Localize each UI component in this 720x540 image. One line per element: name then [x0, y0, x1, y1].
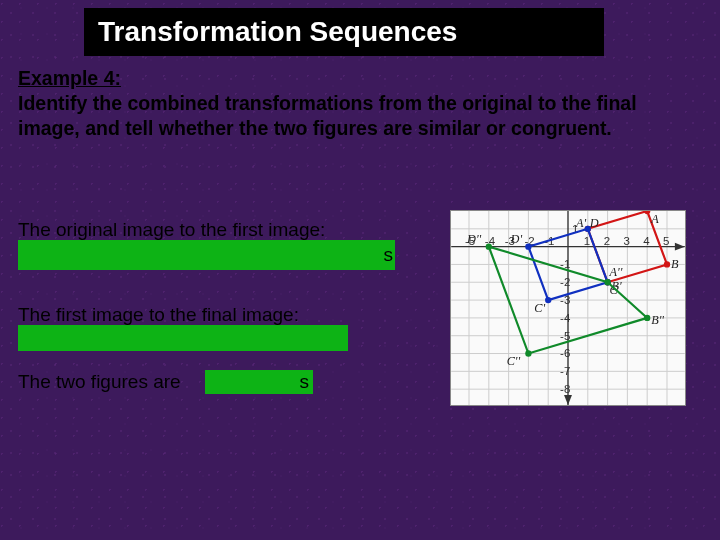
svg-point-62 [644, 315, 650, 321]
slide-title: Transformation Sequences [98, 16, 457, 48]
step1-intro: The original image to the first image: [18, 218, 325, 243]
svg-text:A: A [650, 212, 659, 226]
coordinate-graph: -5-4 -3-2 -1 12 34 5 1 -1-2 -3-4 -5-6 -7… [450, 210, 686, 406]
svg-point-64 [486, 243, 492, 249]
svg-marker-21 [675, 243, 685, 251]
svg-text:A': A' [575, 216, 586, 230]
svg-text:C': C' [534, 301, 545, 315]
svg-point-63 [525, 350, 531, 356]
example-prompt: Example 4: Identify the combined transfo… [18, 66, 702, 141]
svg-text:B: B [671, 257, 679, 271]
svg-text:1: 1 [584, 235, 590, 247]
svg-text:D'': D'' [466, 232, 481, 246]
svg-text:D': D' [510, 232, 523, 246]
step2-answer-cover [18, 325, 348, 351]
svg-marker-22 [564, 395, 572, 405]
svg-point-44 [664, 261, 670, 267]
svg-point-61 [604, 279, 610, 285]
svg-text:-6: -6 [560, 347, 570, 359]
prompt-text: Identify the combined transformations fr… [18, 92, 637, 139]
svg-text:-7: -7 [560, 365, 570, 377]
graph-svg: -5-4 -3-2 -1 12 34 5 1 -1-2 -3-4 -5-6 -7… [451, 211, 685, 405]
step1-answer-tail: s [384, 244, 396, 266]
example-label: Example 4: [18, 67, 121, 89]
svg-text:A'': A'' [609, 265, 623, 279]
svg-text:B'': B'' [651, 313, 664, 327]
svg-text:3: 3 [623, 235, 629, 247]
conclusion-answer-tail: s [300, 371, 314, 393]
svg-text:-2: -2 [560, 276, 570, 288]
svg-point-54 [545, 297, 551, 303]
svg-text:-4: -4 [560, 312, 571, 324]
svg-text:C'': C'' [507, 354, 521, 368]
svg-text:5: 5 [663, 235, 669, 247]
svg-point-43 [644, 211, 650, 214]
conclusion-answer-cover: s [205, 370, 313, 394]
conclusion: The two figures are [18, 370, 181, 395]
svg-text:2: 2 [604, 235, 610, 247]
step1-answer-cover: Rotation of 90° about the y-axis [18, 240, 395, 270]
step2-intro: The first image to the final image: [18, 303, 299, 328]
svg-text:-5: -5 [560, 330, 570, 342]
svg-point-55 [525, 243, 531, 249]
conclusion-prefix: The two figures are [18, 371, 181, 392]
svg-text:4: 4 [643, 235, 650, 247]
slide-title-bar: Transformation Sequences [84, 8, 604, 56]
svg-text:-8: -8 [560, 383, 570, 395]
